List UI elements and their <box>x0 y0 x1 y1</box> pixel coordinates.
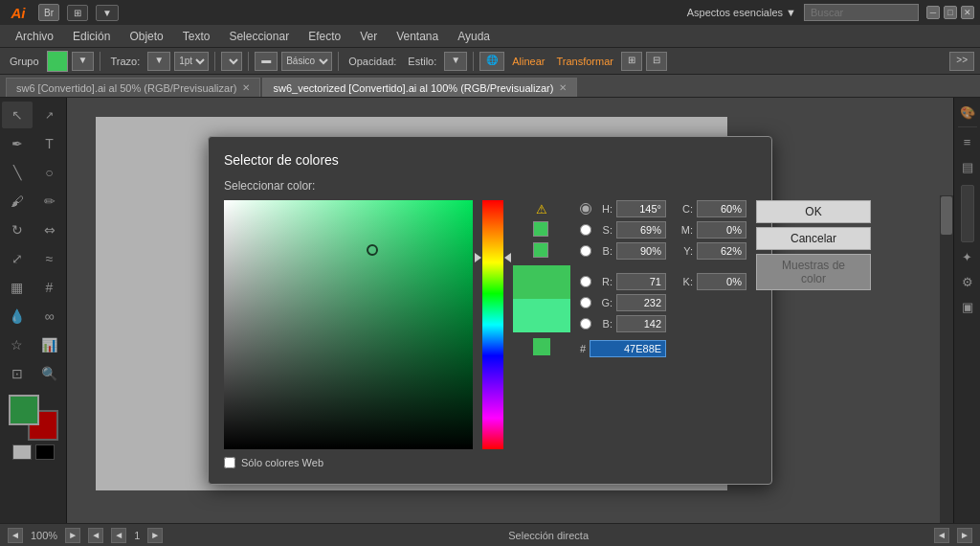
hue-slider[interactable] <box>482 200 503 449</box>
red-label: R: <box>595 276 612 287</box>
dialog-buttons: OK Cancelar Muestras de color <box>756 200 871 290</box>
globe-btn[interactable]: 🌐 <box>479 52 504 71</box>
extra-options-btn[interactable]: >> <box>949 52 974 71</box>
ai-logo: Ai <box>6 5 31 21</box>
tabs-bar: sw6 [Convertido].ai al 50% (RGB/Previsua… <box>0 75 980 98</box>
gradient-cursor <box>367 244 378 256</box>
swatches-button[interactable]: Muestras de color <box>756 254 871 290</box>
alinear-btn[interactable]: Alinear <box>508 56 548 67</box>
search-input[interactable] <box>804 4 919 21</box>
m-input[interactable] <box>697 221 746 239</box>
toolbar-separator-2 <box>214 52 215 71</box>
fill-type-btn[interactable]: ▬ <box>255 52 278 71</box>
green-input[interactable] <box>616 294 666 311</box>
dialog-title: Selector de colores <box>224 152 756 168</box>
brightness-input[interactable] <box>616 242 666 260</box>
page-next-btn[interactable]: ► <box>147 528 163 543</box>
style-select[interactable] <box>221 52 242 71</box>
blue-radio[interactable] <box>580 318 591 330</box>
warning-icon: ⚠ <box>533 200 550 217</box>
toolbar-separator-4 <box>338 52 339 71</box>
green-row: G: <box>580 294 746 311</box>
transform-options-btn[interactable]: ⊞ <box>621 52 642 71</box>
hue-arrow-right <box>504 253 511 262</box>
brightness-label: B: <box>595 245 612 257</box>
m-label: M: <box>678 224 693 236</box>
page-prev-btn[interactable]: ◄ <box>88 528 103 543</box>
minimize-button[interactable]: ─ <box>926 6 940 19</box>
warning-icons: ⚠ <box>533 200 550 258</box>
preview-small-swatch <box>533 338 550 355</box>
menu-seleccionar[interactable]: Seleccionar <box>221 27 297 46</box>
brightness-radio[interactable] <box>580 245 591 257</box>
cancel-button[interactable]: Cancelar <box>756 227 871 250</box>
menu-objeto[interactable]: Objeto <box>122 27 170 46</box>
stroke-weight-select[interactable]: 1pt2pt <box>174 52 209 71</box>
red-radio[interactable] <box>580 276 591 287</box>
blue-input[interactable] <box>616 315 666 332</box>
menu-ver[interactable]: Ver <box>352 27 385 46</box>
current-swatch <box>533 242 548 258</box>
saturation-label: S: <box>595 224 612 236</box>
hex-input[interactable] <box>590 340 666 357</box>
menu-efecto[interactable]: Efecto <box>301 27 348 46</box>
transformar-btn[interactable]: Transformar <box>552 56 617 67</box>
menu-edicion[interactable]: Edición <box>65 27 118 46</box>
brush-select[interactable]: Básico <box>281 52 332 71</box>
menu-ventana[interactable]: Ventana <box>389 27 446 46</box>
hue-radio[interactable] <box>580 203 591 215</box>
zoom-decrease-btn[interactable]: ◄ <box>8 528 23 543</box>
green-label: G: <box>595 297 612 308</box>
window-controls: ─ □ ✕ <box>926 6 974 19</box>
hue-row: H: C: <box>580 200 746 217</box>
c-input[interactable] <box>697 200 746 217</box>
saturation-radio[interactable] <box>580 224 591 236</box>
hue-input[interactable] <box>616 200 666 217</box>
ok-button[interactable]: OK <box>756 200 871 223</box>
k-input[interactable] <box>697 273 746 290</box>
tab-sw6-close[interactable]: ✕ <box>242 82 250 93</box>
dialog-overlay: Selector de colores Seleccionar color: <box>0 98 980 523</box>
y-input[interactable] <box>697 242 746 260</box>
tab-sw6[interactable]: sw6 [Convertido].ai al 50% (RGB/Previsua… <box>6 78 260 97</box>
bottom-bar: ◄ 100% ► ◄ ◄ 1 ► Selección directa ◄ ► <box>0 523 980 546</box>
saturation-input[interactable] <box>616 221 666 239</box>
menu-archivo[interactable]: Archivo <box>8 27 61 46</box>
y-label: Y: <box>678 245 693 257</box>
maximize-button[interactable]: □ <box>944 6 957 19</box>
red-input[interactable] <box>616 273 666 290</box>
menu-texto[interactable]: Texto <box>175 27 218 46</box>
color-preview-box[interactable] <box>513 265 570 332</box>
estilo-btn[interactable]: ▼ <box>444 52 467 71</box>
zoom-increase-btn[interactable]: ► <box>65 528 80 543</box>
page-num-btn[interactable]: ◄ <box>111 528 126 543</box>
stroke-options-btn[interactable]: ▼ <box>147 52 170 71</box>
gradient-box[interactable] <box>224 200 473 449</box>
web-safe-swatch <box>533 221 548 237</box>
fill-color-box[interactable] <box>47 51 68 72</box>
trazo-label: Trazo: <box>106 56 144 67</box>
br-icon[interactable]: Br <box>38 4 59 21</box>
hue-slider-col <box>482 200 503 449</box>
web-colors-label[interactable]: Sólo colores Web <box>241 457 323 468</box>
green-radio[interactable] <box>580 297 591 308</box>
blue-label: B: <box>595 318 612 330</box>
tab-sw6-vectorized[interactable]: sw6_vectorized [Convertido].ai al 100% (… <box>262 78 577 97</box>
estilo-label: Estilo: <box>404 56 440 67</box>
nav-left-btn[interactable]: ◄ <box>934 528 949 543</box>
layout-dropdown[interactable]: ▼ <box>96 5 119 21</box>
tab-sw6-vectorized-close[interactable]: ✕ <box>559 82 567 93</box>
web-colors-checkbox[interactable] <box>224 457 235 468</box>
nav-right-btn[interactable]: ► <box>957 528 972 543</box>
layout-btn[interactable]: ⊞ <box>67 5 88 21</box>
hex-hash: # <box>580 343 586 354</box>
fill-options-btn[interactable]: ▼ <box>72 52 95 71</box>
close-button[interactable]: ✕ <box>961 6 974 19</box>
menu-ayuda[interactable]: Ayuda <box>450 27 498 46</box>
web-colors-row: Sólo colores Web <box>224 457 756 468</box>
toolbar-separator-5 <box>473 52 474 71</box>
preview-new-color <box>513 265 570 299</box>
brightness-row: B: Y: <box>580 242 746 260</box>
toolbar-separator-1 <box>100 52 100 71</box>
transform-options2-btn[interactable]: ⊟ <box>646 52 667 71</box>
